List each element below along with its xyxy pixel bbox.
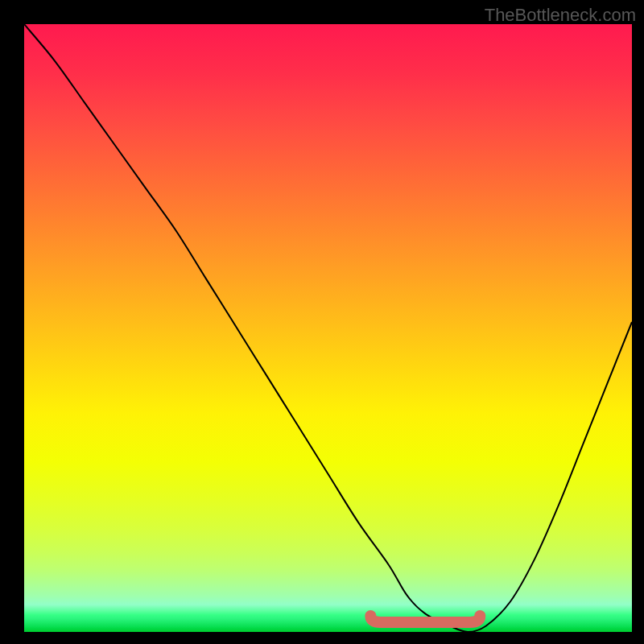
watermark-text: TheBottleneck.com [485,5,636,26]
chart-plot-area [24,24,632,632]
bottleneck-curve [24,24,632,632]
optimal-range-marker [370,616,480,622]
chart-svg [24,24,632,632]
